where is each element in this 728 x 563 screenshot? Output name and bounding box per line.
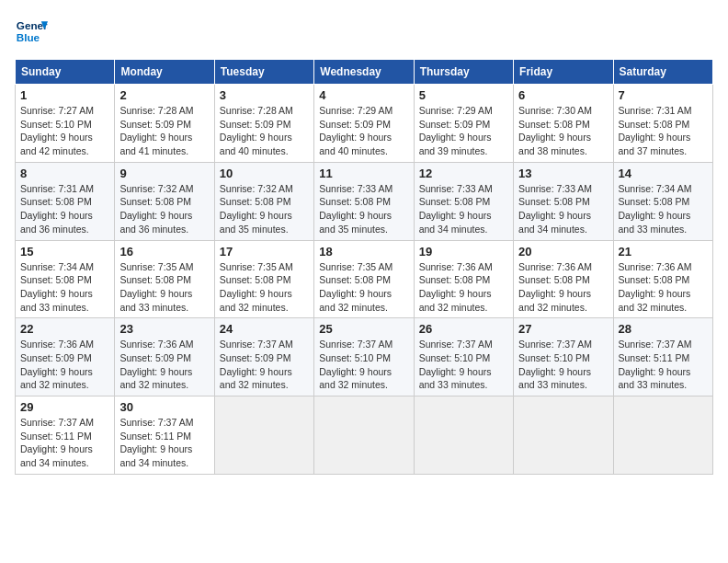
calendar-cell: 30Sunrise: 7:37 AM Sunset: 5:11 PM Dayli… [115, 396, 214, 475]
day-info: Sunrise: 7:37 AM Sunset: 5:11 PM Dayligh… [20, 416, 109, 470]
day-number: 28 [619, 322, 708, 336]
logo: General Blue [15, 15, 48, 48]
day-number: 20 [518, 245, 608, 259]
day-number: 2 [119, 88, 209, 102]
day-number: 15 [20, 245, 109, 259]
header-saturday: Saturday [613, 60, 712, 85]
logo-icon: General Blue [15, 15, 48, 48]
calendar-table: SundayMondayTuesdayWednesdayThursdayFrid… [15, 59, 713, 475]
day-info: Sunrise: 7:37 AM Sunset: 5:10 PM Dayligh… [419, 338, 508, 392]
calendar-cell: 21Sunrise: 7:36 AM Sunset: 5:08 PM Dayli… [613, 240, 712, 318]
day-info: Sunrise: 7:33 AM Sunset: 5:08 PM Dayligh… [518, 182, 608, 236]
day-number: 17 [220, 245, 309, 259]
day-number: 8 [20, 167, 109, 180]
day-info: Sunrise: 7:31 AM Sunset: 5:08 PM Dayligh… [20, 182, 109, 236]
day-number: 12 [419, 167, 508, 180]
day-info: Sunrise: 7:32 AM Sunset: 5:08 PM Dayligh… [119, 182, 209, 236]
calendar-cell: 1Sunrise: 7:27 AM Sunset: 5:10 PM Daylig… [16, 85, 115, 163]
calendar-cell: 10Sunrise: 7:32 AM Sunset: 5:08 PM Dayli… [214, 162, 313, 240]
calendar-cell [613, 396, 712, 475]
calendar-cell: 18Sunrise: 7:35 AM Sunset: 5:08 PM Dayli… [314, 240, 414, 318]
day-info: Sunrise: 7:27 AM Sunset: 5:10 PM Dayligh… [20, 104, 109, 158]
header-sunday: Sunday [16, 60, 115, 85]
day-info: Sunrise: 7:36 AM Sunset: 5:08 PM Dayligh… [419, 260, 508, 315]
day-info: Sunrise: 7:29 AM Sunset: 5:09 PM Dayligh… [319, 104, 408, 158]
calendar-cell: 23Sunrise: 7:36 AM Sunset: 5:09 PM Dayli… [115, 318, 214, 396]
day-info: Sunrise: 7:32 AM Sunset: 5:08 PM Dayligh… [220, 182, 309, 236]
day-info: Sunrise: 7:37 AM Sunset: 5:09 PM Dayligh… [220, 338, 309, 392]
calendar-cell: 16Sunrise: 7:35 AM Sunset: 5:08 PM Dayli… [115, 240, 214, 318]
day-number: 13 [518, 167, 608, 180]
calendar-cell: 3Sunrise: 7:28 AM Sunset: 5:09 PM Daylig… [214, 85, 313, 163]
day-number: 9 [119, 167, 209, 180]
calendar-cell: 25Sunrise: 7:37 AM Sunset: 5:10 PM Dayli… [314, 318, 414, 396]
day-info: Sunrise: 7:30 AM Sunset: 5:08 PM Dayligh… [518, 104, 608, 158]
header-thursday: Thursday [414, 60, 513, 85]
calendar-cell: 12Sunrise: 7:33 AM Sunset: 5:08 PM Dayli… [414, 162, 513, 240]
calendar-cell [314, 396, 414, 475]
day-info: Sunrise: 7:33 AM Sunset: 5:08 PM Dayligh… [319, 182, 408, 236]
day-number: 29 [20, 400, 109, 414]
calendar-cell: 11Sunrise: 7:33 AM Sunset: 5:08 PM Dayli… [314, 162, 414, 240]
page-header: General Blue [15, 15, 713, 48]
day-number: 11 [319, 167, 408, 180]
calendar-cell: 17Sunrise: 7:35 AM Sunset: 5:08 PM Dayli… [214, 240, 313, 318]
calendar-cell: 22Sunrise: 7:36 AM Sunset: 5:09 PM Dayli… [16, 318, 115, 396]
day-number: 21 [619, 245, 708, 259]
day-info: Sunrise: 7:36 AM Sunset: 5:09 PM Dayligh… [20, 338, 109, 392]
day-number: 3 [220, 88, 309, 102]
day-number: 18 [319, 245, 408, 259]
header-monday: Monday [115, 60, 214, 85]
calendar-cell [514, 396, 613, 475]
day-info: Sunrise: 7:34 AM Sunset: 5:08 PM Dayligh… [20, 260, 109, 315]
day-info: Sunrise: 7:28 AM Sunset: 5:09 PM Dayligh… [220, 104, 309, 158]
day-number: 30 [119, 400, 209, 414]
calendar-cell: 28Sunrise: 7:37 AM Sunset: 5:11 PM Dayli… [613, 318, 712, 396]
day-info: Sunrise: 7:34 AM Sunset: 5:08 PM Dayligh… [619, 182, 708, 236]
day-info: Sunrise: 7:37 AM Sunset: 5:11 PM Dayligh… [619, 338, 708, 392]
day-info: Sunrise: 7:37 AM Sunset: 5:10 PM Dayligh… [518, 338, 608, 392]
calendar-week-2: 8Sunrise: 7:31 AM Sunset: 5:08 PM Daylig… [16, 162, 713, 240]
calendar-cell: 7Sunrise: 7:31 AM Sunset: 5:08 PM Daylig… [613, 85, 712, 163]
day-info: Sunrise: 7:37 AM Sunset: 5:10 PM Dayligh… [319, 338, 408, 392]
calendar-cell: 14Sunrise: 7:34 AM Sunset: 5:08 PM Dayli… [613, 162, 712, 240]
day-info: Sunrise: 7:36 AM Sunset: 5:08 PM Dayligh… [518, 260, 608, 315]
day-number: 10 [220, 167, 309, 180]
calendar-cell [214, 396, 313, 475]
calendar-cell: 26Sunrise: 7:37 AM Sunset: 5:10 PM Dayli… [414, 318, 513, 396]
calendar-cell: 4Sunrise: 7:29 AM Sunset: 5:09 PM Daylig… [314, 85, 414, 163]
day-info: Sunrise: 7:37 AM Sunset: 5:11 PM Dayligh… [119, 416, 209, 470]
day-number: 5 [419, 88, 508, 102]
day-number: 22 [20, 322, 109, 336]
day-info: Sunrise: 7:35 AM Sunset: 5:08 PM Dayligh… [119, 260, 209, 315]
day-number: 7 [619, 88, 708, 102]
svg-text:Blue: Blue [17, 31, 40, 43]
calendar-cell: 5Sunrise: 7:29 AM Sunset: 5:09 PM Daylig… [414, 85, 513, 163]
day-number: 27 [518, 322, 608, 336]
calendar-week-4: 22Sunrise: 7:36 AM Sunset: 5:09 PM Dayli… [16, 318, 713, 396]
day-info: Sunrise: 7:35 AM Sunset: 5:08 PM Dayligh… [319, 260, 408, 315]
day-number: 24 [220, 322, 309, 336]
day-info: Sunrise: 7:33 AM Sunset: 5:08 PM Dayligh… [419, 182, 508, 236]
day-info: Sunrise: 7:36 AM Sunset: 5:09 PM Dayligh… [119, 338, 209, 392]
calendar-cell: 9Sunrise: 7:32 AM Sunset: 5:08 PM Daylig… [115, 162, 214, 240]
day-number: 23 [119, 322, 209, 336]
day-number: 6 [518, 88, 608, 102]
day-number: 25 [319, 322, 408, 336]
header-wednesday: Wednesday [314, 60, 414, 85]
calendar-cell: 6Sunrise: 7:30 AM Sunset: 5:08 PM Daylig… [514, 85, 613, 163]
calendar-week-5: 29Sunrise: 7:37 AM Sunset: 5:11 PM Dayli… [16, 396, 713, 475]
day-number: 1 [20, 88, 109, 102]
day-info: Sunrise: 7:36 AM Sunset: 5:08 PM Dayligh… [619, 260, 708, 315]
calendar-cell [414, 396, 513, 475]
header-tuesday: Tuesday [214, 60, 313, 85]
calendar-cell: 15Sunrise: 7:34 AM Sunset: 5:08 PM Dayli… [16, 240, 115, 318]
calendar-cell: 19Sunrise: 7:36 AM Sunset: 5:08 PM Dayli… [414, 240, 513, 318]
day-info: Sunrise: 7:31 AM Sunset: 5:08 PM Dayligh… [619, 104, 708, 158]
calendar-cell: 24Sunrise: 7:37 AM Sunset: 5:09 PM Dayli… [214, 318, 313, 396]
calendar-week-1: 1Sunrise: 7:27 AM Sunset: 5:10 PM Daylig… [16, 85, 713, 163]
day-number: 16 [119, 245, 209, 259]
calendar-week-3: 15Sunrise: 7:34 AM Sunset: 5:08 PM Dayli… [16, 240, 713, 318]
day-info: Sunrise: 7:28 AM Sunset: 5:09 PM Dayligh… [119, 104, 209, 158]
calendar-cell: 27Sunrise: 7:37 AM Sunset: 5:10 PM Dayli… [514, 318, 613, 396]
